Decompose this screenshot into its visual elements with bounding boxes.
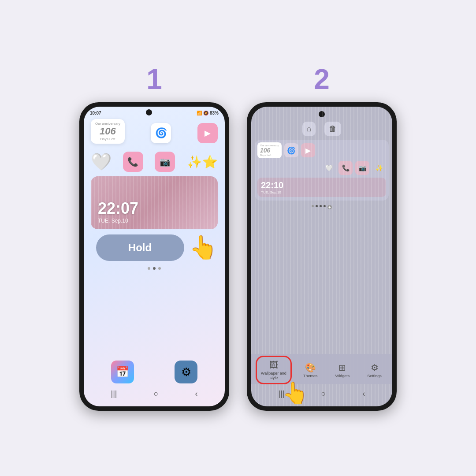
themes-label: Themes (303, 374, 318, 378)
widgets-icon: ⊞ (338, 362, 346, 373)
camera-icon[interactable]: 📷 (155, 152, 175, 172)
nav-bar-2: ||| ○ ‹ (251, 386, 392, 402)
themes-icon: 🎨 (305, 362, 316, 373)
wallpaper-menu-item[interactable]: 🖼 Wallpaper andstyle (257, 357, 290, 383)
hand-cursor-2: 👆 (282, 381, 309, 405)
dot-1 (148, 267, 150, 270)
step-2-number: 2 (314, 65, 330, 93)
widgets-label: Widgets (335, 374, 350, 378)
hand-cursor-1: 👆 (189, 236, 218, 259)
notch-1 (146, 109, 152, 115)
nav-bar-1: ||| ○ ‹ (84, 386, 225, 402)
page-dots-1 (91, 267, 218, 270)
widget-days: 106 (95, 126, 120, 137)
dock-1: 📅 ⚙ (91, 361, 218, 383)
status-bar-1: 10:07 📶 🔕 83% (84, 107, 225, 117)
home-preview-card: Our anniversary 106 Days Left 🌀 ▶ 🤍 📞 📷 … (255, 140, 389, 201)
widgets-menu-item[interactable]: ⊞ Widgets (331, 360, 354, 381)
phone-1: 10:07 📶 🔕 83% Our anniversary 106 Days L… (79, 102, 229, 411)
phone-icon[interactable]: 📞 (123, 152, 143, 172)
home-row2: 🤍 📞 📷 ✨⭐ (91, 152, 218, 172)
settings-icon: ⚙ (371, 362, 379, 373)
nav-back[interactable]: ||| (111, 389, 117, 398)
widget-title: Our anniversary (95, 122, 120, 126)
settings-label: Settings (367, 374, 382, 378)
nav-home-2[interactable]: ○ (321, 389, 326, 398)
main-container: 1 10:07 📶 🔕 83% Our anniversary 106 Days (62, 48, 414, 428)
app-icon-u[interactable]: 🌀 (151, 123, 171, 143)
status-icons-1: 📶 🔕 83% (197, 111, 219, 115)
screen1-content: Our anniversary 106 Days Left 🌀 ▶ 🤍 📞 📷 … (84, 117, 225, 273)
step-2: 2 ⌂ 🗑 (247, 65, 397, 411)
anniversary-widget: Our anniversary 106 Days Left (91, 119, 125, 144)
clock-widget-1: 22:07 TUE, Sep.10 (91, 176, 218, 229)
phone-1-screen: 10:07 📶 🔕 83% Our anniversary 106 Days L… (84, 107, 225, 406)
wallpaper-menu-item-wrapper: 🖼 Wallpaper andstyle (257, 357, 290, 383)
hold-button[interactable]: Hold (96, 234, 184, 261)
themes-menu-item[interactable]: 🎨 Themes (299, 360, 322, 381)
dot-2 (153, 267, 156, 270)
dock-settings[interactable]: ⚙ (175, 361, 197, 383)
app-icon-yt[interactable]: ▶ (197, 123, 218, 143)
status-time-1: 10:07 (90, 111, 101, 115)
nav-home[interactable]: ○ (154, 389, 159, 398)
prev-clock: 22:10 TUE, Sep.10 (257, 178, 386, 197)
clock-date-1: TUE, Sep.10 (98, 218, 211, 224)
nav-recent-2[interactable]: ‹ (362, 389, 365, 398)
nav-recent[interactable]: ‹ (195, 389, 197, 398)
bottom-menu: 🖼 Wallpaper andstyle 🎨 Themes ⊞ Widgets (251, 354, 392, 384)
phone-2: ⌂ 🗑 Our anniversary 106 Days Left (247, 102, 397, 411)
step-1-number: 1 (146, 65, 162, 93)
step-1: 1 10:07 📶 🔕 83% Our anniversary 106 Days (79, 65, 229, 411)
wallpaper-icon: 🖼 (269, 360, 278, 370)
dock-app-1[interactable]: 📅 (111, 361, 134, 383)
wallpaper-label: Wallpaper andstyle (261, 371, 286, 380)
phone-2-screen: ⌂ 🗑 Our anniversary 106 Days Left (251, 107, 392, 406)
clock-time-1: 22:07 (98, 199, 211, 218)
stars-icon: ✨⭐ (187, 155, 218, 169)
widget-subtitle: Days Left (95, 137, 120, 141)
settings-menu-item[interactable]: ⚙ Settings (363, 360, 386, 381)
heart-icon: 🤍 (91, 152, 111, 172)
dot-3 (158, 267, 161, 270)
home-row1: Our anniversary 106 Days Left 🌀 ▶ (91, 119, 218, 147)
